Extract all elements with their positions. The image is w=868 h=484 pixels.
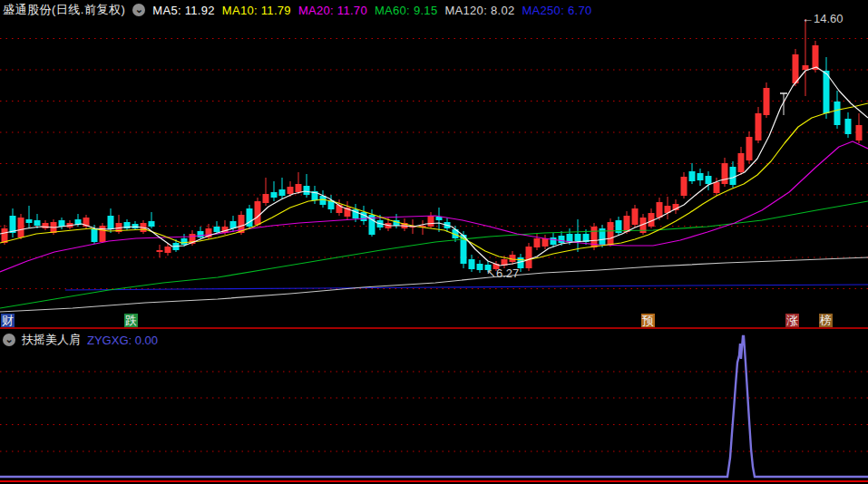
watermark-char: 预	[641, 314, 655, 327]
gridlines	[0, 39, 868, 452]
indicator-name: 扶摇美人肩	[22, 332, 81, 348]
high-price-marker: ←14.60	[802, 12, 844, 25]
ma120-line	[0, 257, 868, 312]
watermark-char: 榜	[819, 314, 833, 327]
watermark-char: 财	[1, 314, 15, 327]
watermark-char: 跌	[124, 314, 138, 327]
stock-app-window: { "header": { "title": "盛通股份(日线.前复权)", "…	[0, 0, 868, 484]
ma-lines-layer	[0, 67, 868, 312]
candlestick-chart[interactable]	[0, 0, 868, 484]
high-marker-value: 14.60	[814, 12, 844, 25]
ma250-legend: MA250: 6.70	[522, 4, 591, 17]
ma10-legend: MA10: 11.79	[222, 4, 291, 17]
ma20-legend: MA20: 11.70	[298, 4, 367, 17]
chevron-down-icon[interactable]: ⌄	[132, 4, 145, 16]
ma5-line	[0, 67, 868, 266]
signal-layer	[0, 328, 868, 481]
ma10-line	[0, 103, 868, 260]
candles-layer	[2, 19, 863, 273]
ma60-legend: MA60: 9.15	[375, 4, 438, 17]
low-marker-value: 6.27	[496, 266, 519, 280]
main-chart-header: 盛通股份(日线.前复权) ⌄ MA5: 11.92 MA10: 11.79 MA…	[3, 2, 591, 18]
ma120-legend: MA120: 8.02	[444, 4, 514, 17]
ma250-line	[65, 285, 868, 290]
high-marker-arrow-icon: ←	[802, 12, 814, 25]
low-marker-arrow-icon: ↖	[486, 266, 496, 280]
stock-title: 盛通股份(日线.前复权)	[3, 2, 125, 18]
ma5-legend: MA5: 11.92	[152, 4, 215, 17]
ma20-line	[0, 141, 868, 272]
indicator-panel-header: ⌄ 扶摇美人肩 ZYGXG: 0.00	[3, 332, 158, 348]
watermark-char: 涨	[785, 314, 799, 327]
low-price-marker: ↖6.27	[486, 266, 519, 280]
indicator-value: ZYGXG: 0.00	[87, 334, 158, 347]
chevron-down-icon[interactable]: ⌄	[3, 334, 15, 346]
